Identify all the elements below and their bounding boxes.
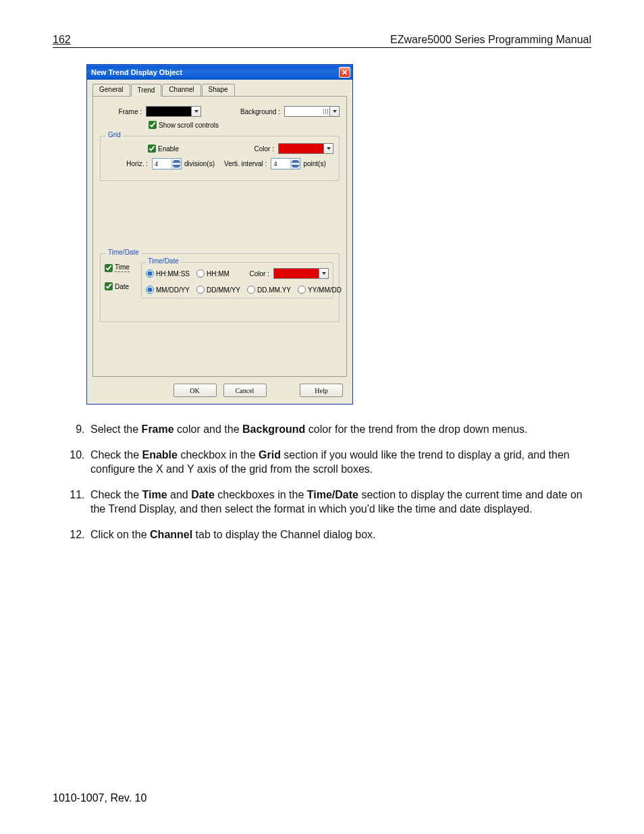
chevron-down-icon	[323, 144, 333, 153]
timedate-inner-legend: Time/Date	[146, 257, 181, 265]
titlebar[interactable]: New Trend Display Object ✕	[87, 65, 352, 80]
spin-up-icon[interactable]	[291, 159, 300, 164]
frame-label: Frame :	[100, 108, 142, 115]
instruction-10: Check the Enable checkbox in the Grid se…	[88, 448, 591, 477]
verti-label: Verti. interval :	[224, 160, 267, 167]
chevron-down-icon	[319, 269, 328, 278]
tab-strip: General Trend Channel Shape	[92, 84, 347, 97]
horiz-input[interactable]	[153, 159, 171, 169]
timedate-outer-legend: Time/Date	[106, 249, 141, 256]
ok-button[interactable]: OK	[173, 384, 217, 397]
frame-swatch	[146, 107, 191, 116]
timedate-color-dropdown[interactable]	[273, 268, 329, 279]
manual-title: EZware5000 Series Programming Manual	[390, 34, 591, 46]
radio-ddmmyy[interactable]: DD/MM/YY	[196, 286, 240, 294]
td-color-label: Color :	[250, 270, 269, 278]
verti-input[interactable]	[271, 159, 290, 169]
instruction-12: Click on the Channel tab to display the …	[88, 527, 591, 542]
tab-shape[interactable]: Shape	[202, 84, 235, 97]
radio-hhmm[interactable]: HH:MM	[196, 269, 230, 278]
radio-hhmmss[interactable]: HH:MM:SS	[146, 269, 190, 278]
time-checkbox[interactable]: Time	[105, 263, 130, 272]
horiz-unit: division(s)	[184, 160, 215, 167]
grid-enable-checkbox[interactable]: Enable	[148, 145, 179, 153]
verti-unit: point(s)	[303, 160, 325, 167]
verti-spinner[interactable]	[271, 158, 300, 170]
tab-channel[interactable]: Channel	[162, 84, 200, 97]
trend-dialog: New Trend Display Object ✕ General Trend…	[86, 64, 353, 405]
instruction-11: Check the Time and Date checkboxes in th…	[88, 488, 591, 517]
background-swatch	[285, 107, 329, 116]
timedate-group: Time/Date Time Date Time/Date HH:MM:SS H…	[100, 253, 340, 322]
close-button[interactable]: ✕	[339, 67, 350, 78]
spin-down-icon[interactable]	[291, 164, 300, 170]
radio-mmddyy[interactable]: MM/DD/YY	[146, 286, 190, 294]
td-swatch	[274, 269, 319, 278]
grid-color-label: Color :	[254, 145, 274, 153]
background-color-dropdown[interactable]	[284, 106, 340, 117]
grid-group: Grid Enable Color : Horiz. :	[100, 136, 340, 181]
help-button[interactable]: Help	[300, 384, 343, 397]
chevron-down-icon	[191, 107, 200, 116]
grid-legend: Grid	[106, 131, 123, 138]
chevron-down-icon	[329, 107, 339, 116]
page-header: 162 EZware5000 Series Programming Manual	[53, 34, 591, 48]
dialog-footer: OK Cancel Help	[87, 378, 352, 404]
close-icon: ✕	[342, 68, 348, 77]
grid-swatch	[279, 144, 323, 153]
background-label: Background :	[240, 108, 280, 115]
cancel-button[interactable]: Cancel	[223, 384, 267, 397]
frame-color-dropdown[interactable]	[146, 106, 201, 117]
instruction-list: Select the Frame color and the Backgroun…	[53, 422, 591, 542]
show-scroll-checkbox[interactable]: Show scroll controls	[149, 121, 219, 129]
instruction-9: Select the Frame color and the Backgroun…	[88, 422, 591, 437]
tab-trend[interactable]: Trend	[131, 84, 162, 97]
grid-color-dropdown[interactable]	[278, 143, 333, 154]
dialog-title: New Trend Display Object	[91, 68, 182, 76]
date-checkbox[interactable]: Date	[105, 282, 129, 290]
radio-yymmdd[interactable]: YY/MM/DD	[298, 286, 342, 294]
spin-up-icon[interactable]	[172, 159, 181, 164]
radio-dd-mm-yy[interactable]: DD.MM.YY	[247, 286, 291, 294]
horiz-spinner[interactable]	[152, 158, 182, 170]
page-footer: 1010-1007, Rev. 10	[53, 792, 591, 804]
tab-panel-trend: Frame : Background :	[92, 96, 347, 377]
page-number: 162	[53, 34, 71, 46]
spin-down-icon[interactable]	[172, 164, 181, 170]
timedate-inner-group: Time/Date HH:MM:SS HH:MM Color :	[141, 262, 333, 298]
tab-general[interactable]: General	[92, 84, 130, 97]
horiz-label: Horiz. :	[106, 160, 148, 167]
